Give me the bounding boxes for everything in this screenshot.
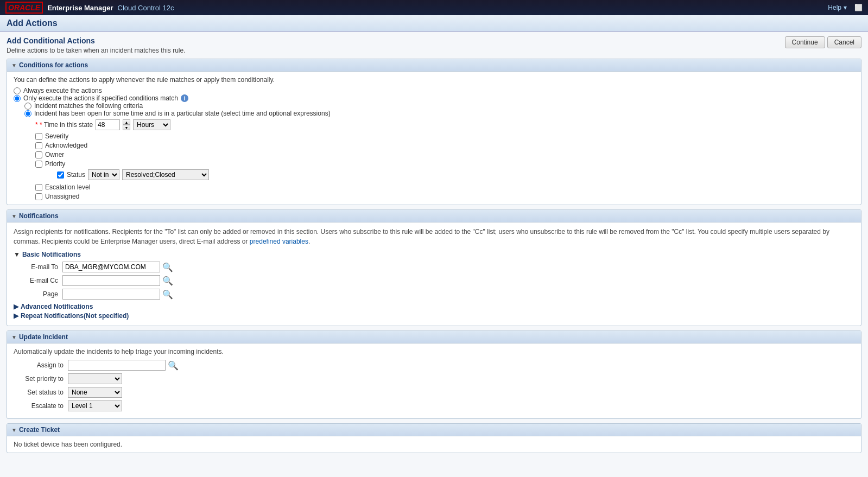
radio-incident-criteria-input[interactable] <box>24 103 31 110</box>
create-ticket-section: ▼ Create Ticket No ticket device has bee… <box>7 423 861 453</box>
conditions-title: Conditions for actions <box>19 61 88 69</box>
help-chevron-icon: ▾ <box>844 4 847 11</box>
status-condition-select[interactable]: Not in In <box>88 169 119 180</box>
page-input[interactable] <box>62 289 160 300</box>
priority-checkbox[interactable] <box>35 161 42 168</box>
email-to-row: E-mail To 🔍 <box>24 262 854 272</box>
create-ticket-section-header[interactable]: ▼ Create Ticket <box>7 424 861 436</box>
update-incident-section: ▼ Update Incident Automatically update t… <box>7 330 861 419</box>
window-controls: ⬜ <box>854 4 863 11</box>
status-row: Status Not in In Resolved;Closed <box>57 169 854 180</box>
cloud-title: Cloud Control 12c <box>118 4 174 12</box>
time-up-button[interactable]: ▲ <box>123 119 130 125</box>
page-header-buttons: Continue Cancel <box>785 36 861 48</box>
basic-notifications-header[interactable]: ▼ Basic Notifications <box>14 251 854 258</box>
page-row: Page 🔍 <box>24 289 854 300</box>
assign-to-search-icon[interactable]: 🔍 <box>168 360 179 371</box>
radio-incident-open-input[interactable] <box>24 110 31 117</box>
help-label: Help <box>828 4 841 11</box>
radio-always-input[interactable] <box>14 87 21 94</box>
severity-checkbox-row: Severity <box>35 132 854 140</box>
cancel-button[interactable]: Cancel <box>827 36 861 48</box>
severity-label: Severity <box>45 132 68 140</box>
oracle-box-logo: ORACLE <box>5 2 43 14</box>
owner-label: Owner <box>45 151 64 158</box>
email-to-search-icon[interactable]: 🔍 <box>162 262 173 272</box>
notif-desc-part2: . <box>308 238 310 245</box>
main-content: Add Conditional Actions Define actions t… <box>0 32 868 477</box>
set-status-label: Set status to <box>14 389 68 396</box>
notifications-section-header[interactable]: ▼ Notifications <box>7 210 861 222</box>
required-asterisk: * <box>40 121 44 129</box>
status-values-select[interactable]: Resolved;Closed <box>122 169 209 180</box>
conditions-section-header[interactable]: ▼ Conditions for actions <box>7 59 861 72</box>
notifications-description: Assign recipients for notifications. Rec… <box>14 227 854 246</box>
escalation-checkbox-row: Escalation level <box>35 183 854 191</box>
time-state-label: * Time in this state <box>35 121 93 129</box>
advanced-notif-expand-icon: ▶ <box>14 303 18 310</box>
priority-checkbox-row: Priority <box>35 160 854 168</box>
owner-checkbox[interactable] <box>35 151 42 158</box>
radio-incident-criteria-label: Incident matches the following criteria <box>34 102 143 110</box>
severity-checkbox[interactable] <box>35 133 42 140</box>
top-navigation-bar: ORACLE Enterprise Manager Cloud Control … <box>0 0 868 15</box>
help-menu[interactable]: Help ▾ ⬜ <box>828 4 863 11</box>
update-incident-section-header[interactable]: ▼ Update Incident <box>7 331 861 344</box>
continue-button[interactable]: Continue <box>785 36 825 48</box>
conditions-collapse-icon: ▼ <box>11 62 17 68</box>
radio-only-label: Only execute the actions if specified co… <box>23 94 178 102</box>
assign-to-input[interactable] <box>68 360 166 371</box>
unassigned-checkbox[interactable] <box>35 193 42 200</box>
basic-notif-collapse-icon: ▼ <box>14 251 20 258</box>
radio-always-execute: Always execute the actions <box>14 87 854 94</box>
page-description: Define actions to be taken when an incid… <box>7 47 186 54</box>
notifications-section-body: Assign recipients for notifications. Rec… <box>7 222 861 326</box>
page-heading: Add Conditional Actions <box>7 36 186 45</box>
notifications-section: ▼ Notifications Assign recipients for no… <box>7 209 861 326</box>
set-status-select[interactable]: None New In Progress Resolved Closed <box>68 387 122 398</box>
time-input[interactable] <box>96 119 120 130</box>
update-incident-title: Update Incident <box>19 333 68 341</box>
logo-area: ORACLE Enterprise Manager Cloud Control … <box>5 2 174 14</box>
repeat-notifications-header[interactable]: ▶ Repeat Notifications(Not specified) <box>14 312 854 320</box>
time-down-button[interactable]: ▼ <box>123 125 130 130</box>
repeat-notifications-title: Repeat Notifications(Not specified) <box>21 312 129 320</box>
radio-only-input[interactable] <box>14 95 21 102</box>
set-priority-row: Set priority to Low Medium High <box>14 373 854 384</box>
email-to-input[interactable] <box>62 262 160 272</box>
escalation-checkbox[interactable] <box>35 184 42 191</box>
oracle-logo: ORACLE <box>5 2 43 14</box>
email-cc-search-icon[interactable]: 🔍 <box>162 276 173 286</box>
set-status-row: Set status to None New In Progress Resol… <box>14 387 854 398</box>
escalate-to-select[interactable]: Level 1 Level 2 Level 3 <box>68 400 122 411</box>
radio-incident-criteria: Incident matches the following criteria <box>24 102 854 110</box>
acknowledged-checkbox-row: Acknowledged <box>35 142 854 149</box>
time-spinner: ▲ ▼ <box>123 119 130 130</box>
status-checkbox[interactable] <box>57 171 64 179</box>
priority-label: Priority <box>45 160 65 168</box>
escalate-to-row: Escalate to Level 1 Level 2 Level 3 <box>14 400 854 411</box>
radio-incident-open-label: Incident has been open for some time and… <box>34 110 331 117</box>
hours-select[interactable]: Hours Minutes Days <box>133 119 170 130</box>
escalation-label: Escalation level <box>45 183 90 191</box>
repeat-notif-expand-icon: ▶ <box>14 312 18 320</box>
owner-checkbox-row: Owner <box>35 151 854 158</box>
create-ticket-description: No ticket device has been configured. <box>14 441 854 448</box>
info-icon[interactable]: i <box>181 94 188 102</box>
email-to-label: E-mail To <box>24 263 62 271</box>
time-state-row: * Time in this state ▲ ▼ Hours Minutes D… <box>35 119 854 130</box>
notif-desc-part1: Assign recipients for notifications. Rec… <box>14 228 829 245</box>
page-title: Add Actions <box>7 18 861 28</box>
page-label: Page <box>24 290 62 298</box>
conditions-description: You can define the actions to apply when… <box>14 76 854 84</box>
page-search-icon[interactable]: 🔍 <box>162 289 173 300</box>
email-cc-input[interactable] <box>62 275 160 286</box>
create-ticket-section-body: No ticket device has been configured. <box>7 436 861 453</box>
notifications-collapse-icon: ▼ <box>11 213 17 219</box>
predefined-variables-link[interactable]: predefined variables <box>250 238 308 245</box>
set-priority-select[interactable]: Low Medium High <box>68 373 122 384</box>
advanced-notifications-header[interactable]: ▶ Advanced Notifications <box>14 303 854 310</box>
radio-incident-open: Incident has been open for some time and… <box>24 110 854 117</box>
update-incident-collapse-icon: ▼ <box>11 334 17 340</box>
acknowledged-checkbox[interactable] <box>35 142 42 149</box>
